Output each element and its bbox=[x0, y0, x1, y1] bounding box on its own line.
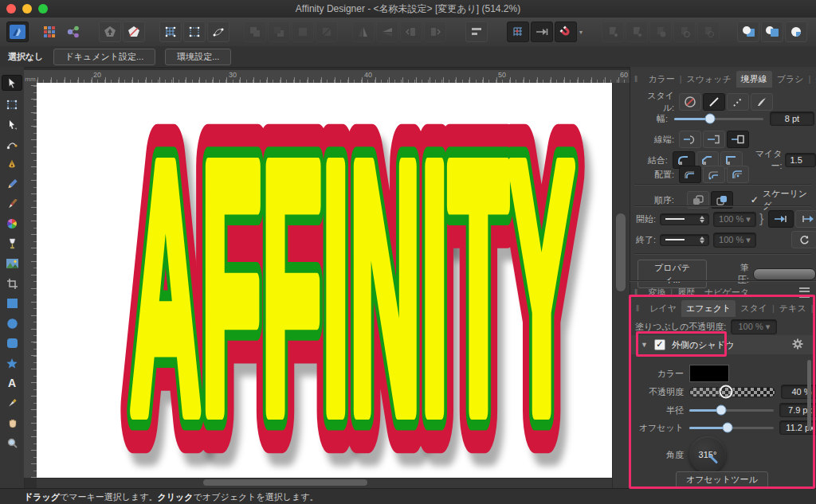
flip-vertical-icon[interactable] bbox=[376, 21, 398, 42]
ellipse-tool[interactable] bbox=[2, 317, 22, 330]
move-by-whole-pixels-icon[interactable] bbox=[531, 21, 553, 42]
geometry-subtract-icon[interactable] bbox=[626, 21, 648, 42]
text-tool[interactable]: A bbox=[2, 377, 22, 389]
start-percent-select[interactable]: 100 % ▾ bbox=[713, 212, 756, 227]
document-canvas[interactable]: AFFINITY AFFINITY AFFINITY AFFINITY bbox=[37, 83, 612, 478]
tab-stroke[interactable]: 境界線 bbox=[736, 71, 772, 88]
magnet-dropdown-caret-icon[interactable]: ▾ bbox=[579, 29, 583, 36]
point-transform-tool[interactable] bbox=[2, 138, 22, 150]
crop-tool[interactable] bbox=[2, 277, 22, 290]
pressure-profile-start-icon[interactable] bbox=[768, 210, 794, 228]
fill-opacity-select[interactable]: 100 % ▾ bbox=[731, 319, 777, 334]
panel-grip-icon[interactable]: ‖ bbox=[634, 75, 638, 84]
rounded-rectangle-tool[interactable] bbox=[2, 337, 22, 350]
align-inside-icon[interactable] bbox=[703, 166, 725, 183]
tab-layers[interactable]: レイヤ bbox=[645, 300, 681, 317]
export-persona-icon[interactable] bbox=[62, 21, 84, 42]
brush-tool[interactable] bbox=[2, 197, 22, 210]
boolean-add-icon[interactable] bbox=[244, 21, 266, 42]
align-center-icon[interactable] bbox=[679, 166, 701, 183]
pencil-tool[interactable] bbox=[2, 178, 22, 190]
snap-grid-icon[interactable] bbox=[159, 21, 182, 42]
insert-on-top-icon[interactable] bbox=[761, 21, 783, 42]
canvas-vertical-scrollbar-thumb[interactable] bbox=[616, 213, 626, 291]
shadow-radius-slider[interactable] bbox=[689, 409, 774, 412]
geometry-divide-icon[interactable] bbox=[673, 21, 696, 42]
panel-grip-icon[interactable]: ‖ bbox=[636, 304, 640, 313]
disclosure-triangle-icon[interactable]: ▼ bbox=[641, 341, 648, 349]
tab-styles[interactable]: スタイ bbox=[736, 300, 772, 317]
sync-icon[interactable] bbox=[791, 231, 816, 248]
scaling-checkbox[interactable]: ✓ bbox=[751, 194, 759, 205]
tab-history[interactable]: 履歴 bbox=[673, 284, 700, 301]
tab-transform[interactable]: 変換 bbox=[643, 284, 670, 301]
stroke-width-value[interactable]: 8 pt bbox=[770, 111, 814, 126]
place-image-tool[interactable] bbox=[2, 257, 22, 270]
boolean-intersect-icon[interactable] bbox=[292, 21, 314, 42]
geometry-intersect-icon[interactable] bbox=[649, 21, 672, 42]
pressure-graph[interactable] bbox=[753, 268, 816, 280]
canvas-horizontal-scrollbar-thumb[interactable] bbox=[203, 479, 367, 486]
align-outside-icon[interactable] bbox=[727, 166, 749, 183]
artboard-tool[interactable] bbox=[2, 98, 22, 111]
edit-shape-icon[interactable] bbox=[123, 21, 145, 42]
shadow-offset-slider[interactable] bbox=[689, 427, 774, 429]
panel-grip-icon[interactable]: ‖ bbox=[634, 288, 638, 297]
rectangle-tool[interactable] bbox=[2, 297, 22, 310]
pressure-profile-end-icon[interactable] bbox=[795, 210, 816, 228]
tab-brushes[interactable]: ブラシ bbox=[772, 71, 809, 88]
star-tool[interactable] bbox=[2, 357, 22, 369]
transparency-tool[interactable] bbox=[2, 237, 22, 250]
affinity-logo-icon[interactable] bbox=[6, 21, 29, 42]
offset-tool-button[interactable]: オフセットツール bbox=[676, 471, 768, 488]
end-line-style-select[interactable] bbox=[660, 234, 709, 246]
zoom-tool[interactable] bbox=[2, 436, 22, 449]
snap-bounding-box-icon[interactable] bbox=[183, 21, 206, 42]
stroke-style-dashed-icon[interactable] bbox=[727, 93, 749, 111]
preferences-button[interactable]: 環境設定... bbox=[165, 49, 231, 65]
insert-inside-icon[interactable] bbox=[785, 21, 807, 42]
rotate-cw-icon[interactable] bbox=[424, 21, 446, 42]
fill-tool[interactable] bbox=[2, 217, 22, 230]
boolean-divide-icon[interactable] bbox=[316, 21, 338, 42]
cap-butt-icon[interactable] bbox=[703, 131, 725, 148]
tab-navigator[interactable]: ナビゲータ bbox=[700, 284, 754, 301]
stroke-style-brush-icon[interactable] bbox=[751, 93, 773, 111]
outer-shadow-checkbox[interactable]: ✓ bbox=[654, 339, 665, 350]
tab-text[interactable]: テキス bbox=[775, 300, 811, 317]
cap-square-icon[interactable] bbox=[727, 131, 749, 148]
start-line-style-select[interactable] bbox=[660, 213, 709, 225]
shadow-opacity-slider[interactable] bbox=[689, 387, 775, 397]
panel-menu-icon[interactable] bbox=[799, 287, 810, 298]
tab-effects[interactable]: エフェクト bbox=[681, 300, 736, 317]
show-grid-icon[interactable] bbox=[507, 21, 529, 42]
snapping-magnet-icon[interactable] bbox=[555, 21, 577, 42]
cap-round-icon[interactable] bbox=[679, 131, 701, 148]
tab-appearance[interactable]: 外観 bbox=[810, 71, 816, 88]
boolean-subtract-icon[interactable] bbox=[268, 21, 290, 42]
insert-behind-icon[interactable] bbox=[737, 21, 759, 42]
effects-panel-scrollbar-thumb[interactable] bbox=[807, 360, 811, 430]
pen-tool[interactable] bbox=[2, 158, 22, 170]
shadow-angle-dial[interactable]: 315° bbox=[689, 436, 726, 473]
insert-inside-shape-icon[interactable] bbox=[99, 21, 121, 42]
stroke-width-slider[interactable] bbox=[674, 118, 763, 120]
snap-geometry-icon[interactable] bbox=[207, 21, 230, 42]
gear-icon[interactable] bbox=[792, 338, 803, 351]
tab-stock[interactable]: ストッ bbox=[814, 300, 816, 317]
alignment-icon[interactable] bbox=[465, 21, 488, 42]
miter-value[interactable]: 1.5 bbox=[785, 153, 816, 167]
pixel-persona-icon[interactable] bbox=[38, 21, 61, 42]
stroke-style-none-icon[interactable] bbox=[679, 93, 701, 111]
stroke-style-solid-icon[interactable] bbox=[703, 93, 725, 111]
tab-color[interactable]: カラー bbox=[643, 71, 680, 88]
shadow-color-swatch[interactable] bbox=[689, 365, 729, 382]
tab-swatches[interactable]: スウォッチ bbox=[682, 71, 736, 88]
outer-shadow-header[interactable]: ▼ ✓ 外側のシャドウ bbox=[631, 335, 814, 354]
geometry-add-icon[interactable] bbox=[602, 21, 624, 42]
node-tool[interactable] bbox=[2, 118, 22, 131]
rotate-ccw-icon[interactable] bbox=[400, 21, 422, 42]
document-setup-button[interactable]: ドキュメント設定... bbox=[53, 49, 156, 65]
geometry-combine-icon[interactable] bbox=[697, 21, 720, 42]
hand-tool[interactable] bbox=[2, 416, 22, 429]
